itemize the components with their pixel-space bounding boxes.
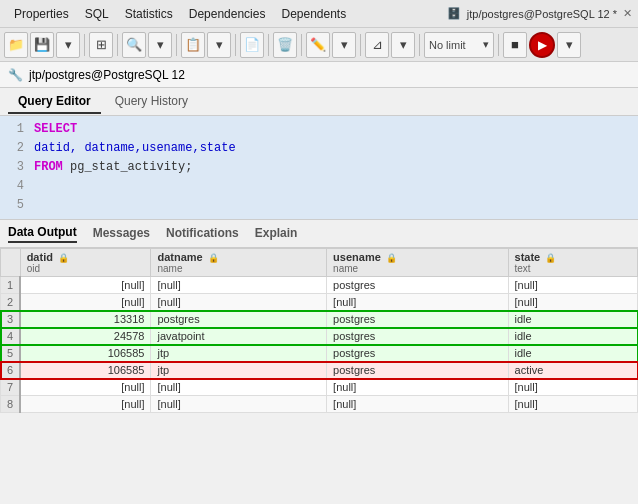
separator-5 (268, 34, 269, 56)
line-number-2: 2 (4, 140, 24, 157)
menu-dependencies[interactable]: Dependencies (181, 5, 274, 23)
copy-dropdown[interactable]: ▾ (207, 32, 231, 58)
lock-icon-state: 🔒 (545, 253, 556, 263)
find-dropdown[interactable]: ▾ (148, 32, 172, 58)
save-dropdown[interactable]: ▾ (56, 32, 80, 58)
table-row[interactable]: 5106585jtppostgresidle (1, 345, 638, 362)
cell-usename: [null] (327, 294, 508, 311)
cell-usename: postgres (327, 277, 508, 294)
menu-dependents[interactable]: Dependents (273, 5, 354, 23)
row-number: 3 (1, 311, 21, 328)
table-row[interactable]: 313318postgrespostgresidle (1, 311, 638, 328)
cell-usename: [null] (327, 379, 508, 396)
menu-properties[interactable]: Properties (6, 5, 77, 23)
editor-line-1: 1 SELECT (0, 120, 638, 139)
connection-text: jtp/postgres@PostgreSQL 12 * (467, 8, 617, 20)
row-number: 4 (1, 328, 21, 345)
run-button[interactable]: ▶ (529, 32, 555, 58)
no-limit-dropdown[interactable]: No limit ▾ (424, 32, 494, 58)
cell-state: idle (508, 311, 637, 328)
editor-line-5: 5 (0, 196, 638, 215)
editor-line-2: 2 datid, datname,usename,state (0, 139, 638, 158)
separator-2 (117, 34, 118, 56)
tab-query-history[interactable]: Query History (105, 90, 198, 114)
save-button[interactable]: 💾 (30, 32, 54, 58)
no-limit-label: No limit (429, 39, 466, 51)
connection-info: 🗄️ jtp/postgres@PostgreSQL 12 * ✕ (447, 7, 632, 20)
edit-dropdown[interactable]: ▾ (332, 32, 356, 58)
tab-messages[interactable]: Messages (93, 226, 150, 242)
table-row[interactable]: 2[null][null][null][null] (1, 294, 638, 311)
col-header-datid: datid 🔒 oid (20, 249, 151, 277)
close-icon[interactable]: ✕ (623, 7, 632, 20)
row-number: 1 (1, 277, 21, 294)
cell-datname: [null] (151, 277, 327, 294)
cell-datid: [null] (20, 294, 151, 311)
col-header-usename: usename 🔒 name (327, 249, 508, 277)
paste-button[interactable]: 📄 (240, 32, 264, 58)
output-tab-bar: Data Output Messages Notifications Expla… (0, 220, 638, 248)
menu-statistics[interactable]: Statistics (117, 5, 181, 23)
dropdown-arrow: ▾ (483, 38, 489, 51)
tab-data-output[interactable]: Data Output (8, 225, 77, 243)
menu-sql[interactable]: SQL (77, 5, 117, 23)
cell-datname: jtp (151, 345, 327, 362)
lock-icon-datname: 🔒 (208, 253, 219, 263)
cell-datid: 106585 (20, 345, 151, 362)
delete-button[interactable]: 🗑️ (273, 32, 297, 58)
grid-button[interactable]: ⊞ (89, 32, 113, 58)
editor-line-3: 3 FROM pg_stat_activity; (0, 158, 638, 177)
col-header-datname: datname 🔒 name (151, 249, 327, 277)
row-number: 8 (1, 396, 21, 413)
toolbar: 📁 💾 ▾ ⊞ 🔍 ▾ 📋 ▾ 📄 🗑️ ✏️ ▾ ⊿ ▾ No limit ▾… (0, 28, 638, 62)
conn-text: jtp/postgres@PostgreSQL 12 (29, 68, 185, 82)
table-body: 1[null][null]postgres[null]2[null][null]… (1, 277, 638, 413)
find-button[interactable]: 🔍 (122, 32, 146, 58)
cell-datname: postgres (151, 311, 327, 328)
edit-button[interactable]: ✏️ (306, 32, 330, 58)
cell-datid: 106585 (20, 362, 151, 379)
separator-9 (498, 34, 499, 56)
lock-icon-datid: 🔒 (58, 253, 69, 263)
col-header-state: state 🔒 text (508, 249, 637, 277)
separator-8 (419, 34, 420, 56)
row-number: 5 (1, 345, 21, 362)
filter-button[interactable]: ⊿ (365, 32, 389, 58)
table-row[interactable]: 6106585jtppostgresactive (1, 362, 638, 379)
filter-dropdown[interactable]: ▾ (391, 32, 415, 58)
cell-datid: 13318 (20, 311, 151, 328)
keyword-select: SELECT (34, 121, 77, 138)
cell-state: idle (508, 345, 637, 362)
table-row[interactable]: 1[null][null]postgres[null] (1, 277, 638, 294)
stop-button[interactable]: ■ (503, 32, 527, 58)
run-dropdown[interactable]: ▾ (557, 32, 581, 58)
tab-notifications[interactable]: Notifications (166, 226, 239, 242)
sql-editor[interactable]: 1 SELECT 2 datid, datname,usename,state … (0, 116, 638, 220)
cell-datname: javatpoint (151, 328, 327, 345)
table-row[interactable]: 8[null][null][null][null] (1, 396, 638, 413)
lock-icon-usename: 🔒 (386, 253, 397, 263)
cell-usename: postgres (327, 311, 508, 328)
table-row[interactable]: 7[null][null][null][null] (1, 379, 638, 396)
cell-state: idle (508, 328, 637, 345)
table-row[interactable]: 424578javatpointpostgresidle (1, 328, 638, 345)
cell-state: [null] (508, 294, 637, 311)
cell-datid: [null] (20, 396, 151, 413)
cell-datid: 24578 (20, 328, 151, 345)
separator-4 (235, 34, 236, 56)
separator-1 (84, 34, 85, 56)
cell-state: [null] (508, 379, 637, 396)
cell-usename: postgres (327, 362, 508, 379)
cell-usename: postgres (327, 328, 508, 345)
open-button[interactable]: 📁 (4, 32, 28, 58)
tab-query-editor[interactable]: Query Editor (8, 90, 101, 114)
tab-explain[interactable]: Explain (255, 226, 298, 242)
cell-state: active (508, 362, 637, 379)
copy-button[interactable]: 📋 (181, 32, 205, 58)
cell-datname: jtp (151, 362, 327, 379)
separator-7 (360, 34, 361, 56)
table-name: pg_stat_activity; (63, 159, 193, 176)
column-list: datid, datname,usename,state (34, 140, 236, 157)
editor-tab-bar: Query Editor Query History (0, 88, 638, 116)
cell-datid: [null] (20, 379, 151, 396)
